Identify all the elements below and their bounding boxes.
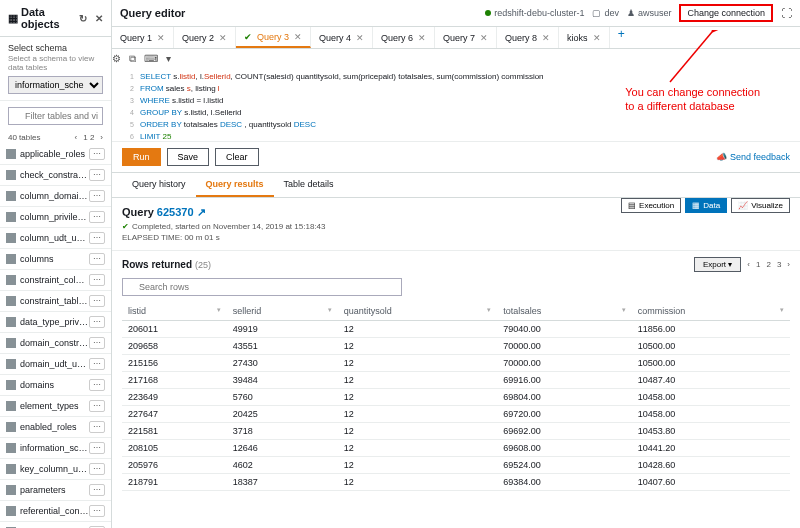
table-item[interactable]: applicable_roles⋯	[0, 144, 111, 165]
column-header[interactable]: commission▾	[632, 302, 790, 321]
sort-icon[interactable]: ▾	[328, 306, 332, 314]
filter-tables-input[interactable]	[8, 107, 103, 125]
table-item[interactable]: column_domain_usage⋯	[0, 186, 111, 207]
table-item[interactable]: referential_constraints⋯	[0, 501, 111, 522]
data-button[interactable]: ▦Data	[685, 198, 727, 213]
page-prev-icon[interactable]: ‹	[75, 133, 78, 142]
expand-icon[interactable]: ⛶	[781, 7, 792, 19]
tab-close-icon[interactable]: ✕	[418, 33, 426, 43]
table-menu-icon[interactable]: ⋯	[89, 316, 105, 328]
table-row[interactable]: 218791183871269384.0010407.60	[122, 474, 790, 491]
table-menu-icon[interactable]: ⋯	[89, 232, 105, 244]
table-item[interactable]: data_type_privileges⋯	[0, 312, 111, 333]
tab-close-icon[interactable]: ✕	[480, 33, 488, 43]
tab-close-icon[interactable]: ✕	[542, 33, 550, 43]
table-menu-icon[interactable]: ⋯	[89, 484, 105, 496]
tab-close-icon[interactable]: ✕	[356, 33, 364, 43]
query-tab[interactable]: Query 2✕	[174, 27, 236, 48]
rows-page-next[interactable]: ›	[787, 260, 790, 269]
column-header[interactable]: quantitysold▾	[338, 302, 498, 321]
column-header[interactable]: sellerid▾	[227, 302, 338, 321]
table-menu-icon[interactable]: ⋯	[89, 274, 105, 286]
column-header[interactable]: totalsales▾	[497, 302, 632, 321]
table-menu-icon[interactable]: ⋯	[89, 505, 105, 517]
table-item[interactable]: check_constraints⋯	[0, 165, 111, 186]
query-tab[interactable]: kioks✕	[559, 27, 610, 48]
table-row[interactable]: 217168394841269916.0010487.40	[122, 372, 790, 389]
save-button[interactable]: Save	[167, 148, 210, 166]
query-tab[interactable]: Query 8✕	[497, 27, 559, 48]
execution-button[interactable]: ▤Execution	[621, 198, 681, 213]
table-menu-icon[interactable]: ⋯	[89, 253, 105, 265]
query-tab[interactable]: Query 4✕	[311, 27, 373, 48]
table-row[interactable]: 206011499191279040.0011856.00	[122, 321, 790, 338]
table-menu-icon[interactable]: ⋯	[89, 211, 105, 223]
settings-icon[interactable]: ⚙	[112, 53, 121, 65]
table-item[interactable]: column_udt_usage⋯	[0, 228, 111, 249]
sort-icon[interactable]: ▾	[622, 306, 626, 314]
copy-icon[interactable]: ⧉	[129, 53, 136, 65]
refresh-icon[interactable]: ↻	[79, 13, 87, 24]
external-link-icon[interactable]: ↗	[197, 206, 206, 218]
query-tab[interactable]: ✔Query 3✕	[236, 27, 311, 48]
table-row[interactable]: 20597646021269524.0010428.60	[122, 457, 790, 474]
table-row[interactable]: 209658435511270000.0010500.00	[122, 338, 790, 355]
sort-icon[interactable]: ▾	[217, 306, 221, 314]
page-next-icon[interactable]: ›	[100, 133, 103, 142]
send-feedback-link[interactable]: 📣Send feedback	[716, 152, 790, 162]
table-menu-icon[interactable]: ⋯	[89, 442, 105, 454]
table-item[interactable]: domain_udt_usage⋯	[0, 354, 111, 375]
close-icon[interactable]: ✕	[95, 13, 103, 24]
tab-close-icon[interactable]: ✕	[219, 33, 227, 43]
export-button[interactable]: Export ▾	[694, 257, 741, 272]
query-id-link[interactable]: 625370	[157, 206, 194, 218]
query-tab[interactable]: Query 6✕	[373, 27, 435, 48]
table-item[interactable]: enabled_roles⋯	[0, 417, 111, 438]
query-tab[interactable]: Query 7✕	[435, 27, 497, 48]
tab-close-icon[interactable]: ✕	[294, 32, 302, 42]
sort-icon[interactable]: ▾	[487, 306, 491, 314]
tab-close-icon[interactable]: ✕	[593, 33, 601, 43]
visualize-button[interactable]: 📈Visualize	[731, 198, 790, 213]
tab-close-icon[interactable]: ✕	[157, 33, 165, 43]
table-row[interactable]: 208105126461269608.0010441.20	[122, 440, 790, 457]
column-header[interactable]: listid▾	[122, 302, 227, 321]
table-row[interactable]: 215156274301270000.0010500.00	[122, 355, 790, 372]
table-menu-icon[interactable]: ⋯	[89, 379, 105, 391]
table-menu-icon[interactable]: ⋯	[89, 400, 105, 412]
table-menu-icon[interactable]: ⋯	[89, 421, 105, 433]
table-item[interactable]: element_types⋯	[0, 396, 111, 417]
table-menu-icon[interactable]: ⋯	[89, 295, 105, 307]
table-menu-icon[interactable]: ⋯	[89, 337, 105, 349]
query-tab[interactable]: Query 1✕	[112, 27, 174, 48]
table-item[interactable]: role_column_grants⋯	[0, 522, 111, 528]
table-row[interactable]: 22364957601269804.0010458.00	[122, 389, 790, 406]
change-connection-button[interactable]: Change connection	[679, 4, 773, 22]
table-item[interactable]: parameters⋯	[0, 480, 111, 501]
add-tab-button[interactable]: +	[610, 27, 633, 48]
table-row[interactable]: 227647204251269720.0010458.00	[122, 406, 790, 423]
tab-query-results[interactable]: Query results	[196, 173, 274, 197]
table-item[interactable]: domains⋯	[0, 375, 111, 396]
shortcuts-icon[interactable]: ⌨	[144, 53, 158, 65]
table-menu-icon[interactable]: ⋯	[89, 190, 105, 202]
table-menu-icon[interactable]: ⋯	[89, 463, 105, 475]
table-item[interactable]: constraint_table_usage⋯	[0, 291, 111, 312]
table-item[interactable]: key_column_usage⋯	[0, 459, 111, 480]
table-item[interactable]: domain_constraints⋯	[0, 333, 111, 354]
tab-query-history[interactable]: Query history	[122, 173, 196, 197]
schema-select[interactable]: information_schema	[8, 76, 103, 94]
table-item[interactable]: columns⋯	[0, 249, 111, 270]
sort-icon[interactable]: ▾	[780, 306, 784, 314]
run-button[interactable]: Run	[122, 148, 161, 166]
rows-page-prev[interactable]: ‹	[747, 260, 750, 269]
table-item[interactable]: column_privileges⋯	[0, 207, 111, 228]
table-menu-icon[interactable]: ⋯	[89, 169, 105, 181]
table-row[interactable]: 22158137181269692.0010453.80	[122, 423, 790, 440]
table-menu-icon[interactable]: ⋯	[89, 358, 105, 370]
tab-table-details[interactable]: Table details	[274, 173, 344, 197]
clear-button[interactable]: Clear	[215, 148, 259, 166]
search-rows-input[interactable]	[122, 278, 402, 296]
table-item[interactable]: information_schema_catalog_...⋯	[0, 438, 111, 459]
table-menu-icon[interactable]: ⋯	[89, 148, 105, 160]
